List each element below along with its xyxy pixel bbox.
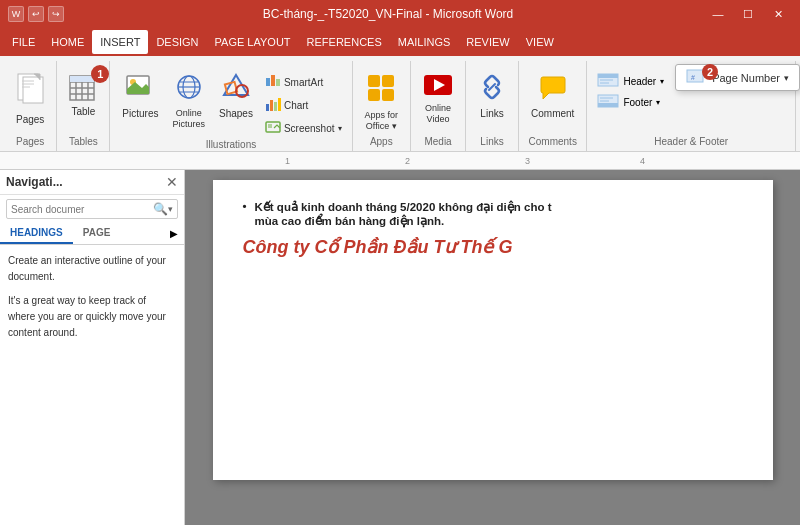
ruler-mark-1: 1	[285, 156, 290, 166]
nav-tabs: HEADINGS PAGE ▶	[0, 223, 184, 245]
nav-tab-headings[interactable]: HEADINGS	[0, 223, 73, 244]
nav-search[interactable]: 🔍 ▾	[6, 199, 178, 219]
menu-mailings[interactable]: MAILINGS	[390, 30, 459, 54]
svg-rect-27	[270, 100, 273, 111]
badge-1: 1	[91, 65, 109, 83]
menu-view[interactable]: VIEW	[518, 30, 562, 54]
screenshot-button[interactable]: Screenshot ▾	[261, 117, 346, 139]
nav-body-text-2: It's a great way to keep track of where …	[8, 293, 176, 341]
apps-icon	[366, 73, 396, 108]
title-bar-icons: W ↩ ↪	[8, 6, 64, 22]
pages-group-label: Pages	[10, 136, 50, 149]
minimize-btn[interactable]: —	[704, 4, 732, 24]
svg-rect-23	[266, 78, 270, 86]
chart-button[interactable]: Chart	[261, 94, 346, 116]
pages-button[interactable]: Pages	[10, 67, 50, 135]
links-button[interactable]: Links	[472, 67, 512, 135]
online-video-icon	[423, 73, 453, 101]
close-btn[interactable]: ✕	[764, 4, 792, 24]
doc-vietnamese-title: Công ty Cổ Phần Đầu Tư Thế G	[243, 236, 743, 258]
menu-bar: FILE HOME INSERT DESIGN PAGE LAYOUT REFE…	[0, 28, 800, 56]
footer-button[interactable]: Footer ▾	[593, 92, 668, 112]
chart-icon	[265, 96, 281, 114]
apps-group-label: Apps	[359, 136, 405, 149]
comment-icon	[539, 73, 567, 106]
menu-file[interactable]: FILE	[4, 30, 43, 54]
footer-dropdown: ▾	[656, 98, 660, 107]
ruler: 1 2 3 4	[0, 152, 800, 170]
svg-rect-29	[278, 98, 281, 111]
menu-insert[interactable]: INSERT	[92, 30, 148, 54]
svg-rect-40	[598, 74, 618, 78]
apps-group-items: Apps forOffice ▾	[359, 63, 405, 136]
header-dropdown: ▾	[660, 77, 664, 86]
maximize-btn[interactable]: ☐	[734, 4, 762, 24]
menu-references[interactable]: REFERENCES	[299, 30, 390, 54]
links-group-items: Links	[472, 63, 512, 136]
bullet-text-1: Kết quả kinh doanh tháng 5/2020 không đạ…	[255, 200, 552, 228]
shapes-button[interactable]: Shapes	[213, 67, 259, 135]
shapes-label: Shapes	[219, 108, 253, 120]
badge-2: 2	[702, 64, 718, 80]
pictures-button[interactable]: Pictures	[116, 67, 164, 135]
comment-button[interactable]: Comment	[525, 67, 580, 135]
header-footer-group-items: Header ▾ Footer ▾	[593, 63, 668, 136]
nav-body-text-1: Create an interactive outline of your do…	[8, 253, 176, 285]
online-pictures-icon	[175, 73, 203, 106]
chart-label: Chart	[284, 100, 308, 111]
ribbon-group-links: Links Links	[466, 61, 519, 151]
apps-for-office-button[interactable]: Apps forOffice ▾	[359, 67, 405, 135]
svg-rect-25	[276, 79, 280, 86]
menu-review[interactable]: REVIEW	[458, 30, 517, 54]
tables-group-label: Tables	[63, 136, 103, 149]
pictures-label: Pictures	[122, 108, 158, 120]
illustrations-small-col: SmartArt Chart	[261, 67, 346, 139]
search-dropdown[interactable]: ▾	[168, 204, 173, 214]
media-group-items: OnlineVideo	[417, 63, 459, 136]
svg-rect-28	[274, 102, 277, 111]
bullet-marker: •	[243, 200, 247, 228]
ribbon-group-comments: Comment Comments	[519, 61, 587, 151]
smartart-button[interactable]: SmartArt	[261, 71, 346, 93]
ribbon-group-apps: Apps forOffice ▾ Apps	[353, 61, 412, 151]
menu-page-layout[interactable]: PAGE LAYOUT	[207, 30, 299, 54]
svg-line-38	[489, 84, 495, 90]
header-footer-group-label: Header & Footer	[593, 136, 789, 149]
doc-page: • Kết quả kinh doanh tháng 5/2020 không …	[213, 180, 773, 480]
window-controls: — ☐ ✕	[704, 4, 792, 24]
window-title: BC-tháng-_-T52020_VN-Final - Microsoft W…	[72, 7, 704, 21]
menu-design[interactable]: DESIGN	[148, 30, 206, 54]
ruler-mark-4: 4	[640, 156, 645, 166]
nav-tab-page[interactable]: PAGE	[73, 223, 121, 244]
online-pictures-label: OnlinePictures	[172, 108, 205, 130]
pages-label: Pages	[16, 114, 44, 126]
page-number-label: Page Number	[712, 72, 780, 84]
menu-home[interactable]: HOME	[43, 30, 92, 54]
comments-group-label: Comments	[525, 136, 580, 149]
nav-header: Navigati... ✕	[0, 170, 184, 195]
document-area: • Kết quả kinh doanh tháng 5/2020 không …	[185, 170, 800, 525]
word-icon: W	[8, 6, 24, 22]
online-pictures-button[interactable]: OnlinePictures	[166, 67, 211, 135]
redo-icon[interactable]: ↪	[48, 6, 64, 22]
main-area: Navigati... ✕ 🔍 ▾ HEADINGS PAGE ▶ Create…	[0, 170, 800, 525]
shapes-icon	[222, 73, 250, 106]
header-icon	[597, 73, 619, 89]
svg-rect-44	[598, 103, 618, 107]
online-video-button[interactable]: OnlineVideo	[417, 67, 459, 135]
header-label: Header	[623, 76, 656, 87]
ribbon: Pages Pages 1	[0, 56, 800, 152]
table-label: Table	[69, 106, 97, 118]
smartart-label: SmartArt	[284, 77, 323, 88]
illustrations-group-label: Illustrations	[116, 139, 345, 152]
header-footer-col: Header ▾ Footer ▾	[593, 67, 668, 112]
nav-close-btn[interactable]: ✕	[166, 174, 178, 190]
nav-search-input[interactable]	[11, 204, 153, 215]
doc-bullet-1: • Kết quả kinh doanh tháng 5/2020 không …	[243, 200, 743, 228]
header-button[interactable]: Header ▾	[593, 71, 668, 91]
comments-group-items: Comment	[525, 63, 580, 136]
table-button[interactable]: 1 Table	[63, 67, 103, 135]
comment-label: Comment	[531, 108, 574, 120]
nav-tab-arrow[interactable]: ▶	[164, 224, 184, 243]
undo-icon[interactable]: ↩	[28, 6, 44, 22]
